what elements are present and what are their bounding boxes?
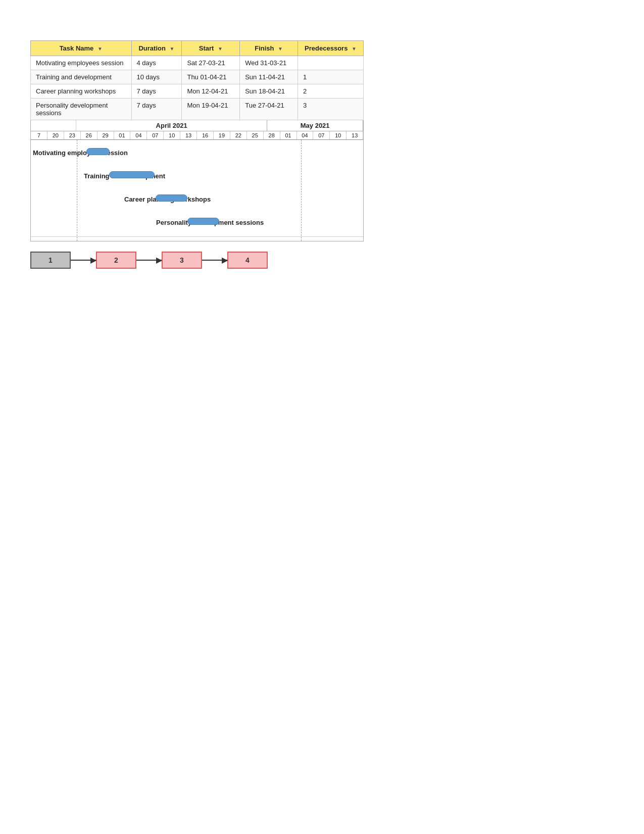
gantt-day-16: 04: [297, 131, 314, 139]
cell-duration-3: 7 days: [131, 84, 182, 99]
col-header-predecessors[interactable]: Predecessors ▼: [298, 41, 364, 56]
gantt-label-1: Motivating employees session: [33, 149, 128, 157]
gantt-days-row: 720232629010407101316192225280104071013: [31, 131, 363, 140]
cell-finish-4: Tue 27-04-21: [240, 99, 298, 120]
cell-predecessors-2: 1: [298, 70, 364, 84]
may-label: May 2021: [267, 120, 363, 131]
cell-duration-2: 10 days: [131, 70, 182, 84]
cell-start-1: Sat 27-03-21: [182, 56, 240, 70]
network-arrow-3-4: ▶: [202, 260, 227, 261]
network-arrow-1-2: ▶: [71, 260, 96, 261]
col-header-duration[interactable]: Duration ▼: [131, 41, 182, 56]
gantt-bar-1: [86, 148, 110, 155]
table-row: Career planning workshops7 daysMon 12-04…: [31, 84, 364, 99]
pred-filter-icon: ▼: [352, 46, 357, 52]
gantt-chart: April 2021 May 2021 72023262901040710131…: [30, 120, 364, 241]
task-filter-icon: ▼: [97, 46, 103, 52]
cell-predecessors-1: [298, 56, 364, 70]
gantt-row-2: Training and development: [31, 167, 363, 185]
cell-start-2: Thu 01-04-21: [182, 70, 240, 84]
march-placeholder: [31, 120, 76, 131]
col-header-task[interactable]: Task Name ▼: [31, 41, 132, 56]
col-header-finish[interactable]: Finish ▼: [240, 41, 298, 56]
cell-task-3: Career planning workshops: [31, 84, 132, 99]
gantt-bar-4: [187, 218, 219, 225]
gantt-day-7: 07: [147, 131, 164, 139]
table-row: Personality development sessions7 daysMo…: [31, 99, 364, 120]
gantt-day-6: 04: [130, 131, 147, 139]
cell-finish-1: Wed 31-03-21: [240, 56, 298, 70]
gantt-bar-2: [109, 171, 155, 178]
network-node-2: 2: [96, 252, 136, 269]
gantt-day-5: 01: [114, 131, 131, 139]
gantt-day-4: 29: [97, 131, 114, 139]
col-header-start[interactable]: Start ▼: [182, 41, 240, 56]
cell-duration-4: 7 days: [131, 99, 182, 120]
network-node-4-label: 4: [245, 256, 250, 264]
gantt-day-10: 16: [197, 131, 214, 139]
gantt-day-12: 22: [230, 131, 247, 139]
cell-start-3: Mon 12-04-21: [182, 84, 240, 99]
gantt-row-1: Motivating employees session: [31, 144, 363, 162]
network-node-3-label: 3: [180, 256, 184, 264]
cell-finish-2: Sun 11-04-21: [240, 70, 298, 84]
network-node-1: 1: [30, 252, 71, 269]
network-node-1-label: 1: [48, 256, 53, 264]
gantt-day-11: 19: [214, 131, 230, 139]
gantt-day-2: 23: [64, 131, 81, 139]
gantt-bottom-line: [31, 236, 363, 237]
cell-predecessors-3: 2: [298, 84, 364, 99]
finish-filter-icon: ▼: [278, 46, 283, 52]
cell-task-2: Training and development: [31, 70, 132, 84]
gantt-day-13: 25: [247, 131, 264, 139]
gantt-bar-3: [156, 194, 187, 202]
cell-predecessors-4: 3: [298, 99, 364, 120]
network-diagram: 1 ▶ 2 ▶ 3 ▶ 4: [30, 252, 273, 269]
gantt-day-17: 07: [313, 131, 330, 139]
cell-task-1: Motivating employees session: [31, 56, 132, 70]
april-label: April 2021: [76, 120, 267, 131]
gantt-day-8: 10: [164, 131, 180, 139]
gantt-row-3: Career planning workshops: [31, 190, 363, 209]
network-node-4: 4: [227, 252, 268, 269]
cell-duration-1: 4 days: [131, 56, 182, 70]
network-node-3: 3: [162, 252, 202, 269]
gantt-day-18: 10: [330, 131, 346, 139]
gantt-body: Motivating employees session Training an…: [31, 140, 363, 241]
gantt-day-19: 13: [346, 131, 363, 139]
gantt-day-15: 01: [280, 131, 297, 139]
cell-start-4: Mon 19-04-21: [182, 99, 240, 120]
gantt-day-3: 26: [81, 131, 97, 139]
gantt-day-1: 20: [47, 131, 64, 139]
table-row: Motivating employees session4 daysSat 27…: [31, 56, 364, 70]
task-table: Task Name ▼ Duration ▼ Start ▼ Finish ▼ …: [30, 40, 364, 120]
network-node-2-label: 2: [114, 256, 118, 264]
network-arrow-2-3: ▶: [136, 260, 162, 261]
duration-filter-icon: ▼: [170, 46, 175, 52]
gantt-row-4: Personality development sessions: [31, 214, 363, 232]
gantt-day-14: 28: [264, 131, 280, 139]
gantt-month-header: April 2021 May 2021: [31, 120, 363, 131]
gantt-day-0: 7: [31, 131, 47, 139]
gantt-day-9: 13: [180, 131, 197, 139]
cell-task-4: Personality development sessions: [31, 99, 132, 120]
cell-finish-3: Sun 18-04-21: [240, 84, 298, 99]
start-filter-icon: ▼: [218, 46, 223, 52]
table-row: Training and development10 daysThu 01-04…: [31, 70, 364, 84]
